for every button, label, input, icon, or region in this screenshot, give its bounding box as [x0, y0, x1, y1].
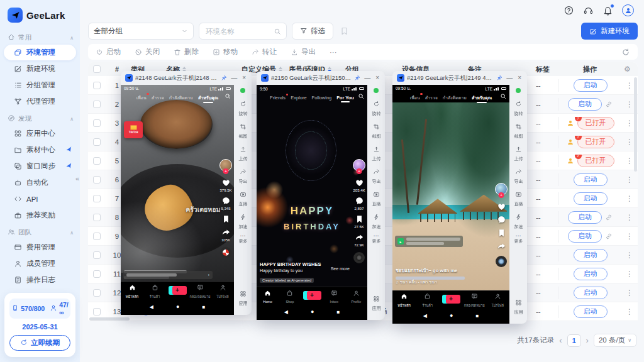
row-checkbox[interactable]: [93, 138, 101, 146]
create-plus-button[interactable]: +: [305, 291, 319, 300]
tool-截图[interactable]: 截图: [372, 121, 381, 140]
comment-icon[interactable]: [355, 196, 364, 206]
close-button[interactable]: ×: [241, 75, 247, 81]
bulk-action-关闭[interactable]: 关闭: [135, 47, 160, 57]
kebab-menu-icon[interactable]: ⋮: [625, 81, 635, 90]
pin-icon[interactable]: [221, 75, 227, 81]
row-checkbox[interactable]: [93, 101, 101, 108]
tool-直播[interactable]: 直播: [514, 189, 523, 207]
page-size-select[interactable]: 20 条/页∨: [594, 334, 636, 347]
sidebar-item-自动化[interactable]: 自动化: [4, 175, 76, 190]
sidebar-item-窗口同步[interactable]: 窗口同步: [4, 158, 76, 174]
feed-tab-เพื่อน[interactable]: เพื่อน: [136, 94, 147, 101]
opened-button[interactable]: 已打开♪: [577, 117, 614, 129]
gear-icon[interactable]: ⚙: [624, 65, 631, 74]
bulk-action-more[interactable]: ···: [330, 48, 337, 56]
notification-bell-icon[interactable]: [602, 5, 613, 16]
sidebar-item-分组管理[interactable]: 分组管理: [4, 77, 76, 93]
opened-button[interactable]: 已打开♪: [577, 155, 614, 167]
nav-home[interactable]: Home: [257, 288, 279, 304]
link-icon[interactable]: [605, 101, 613, 108]
row-checkbox[interactable]: [93, 270, 101, 278]
sidebar-collapse-icon[interactable]: «: [75, 175, 79, 182]
feed-tab-กำลังติดตาม[interactable]: กำลังติดตาม: [169, 94, 193, 101]
like-icon[interactable]: [497, 202, 506, 211]
feed-tab-สำหรับคุณ[interactable]: สำหรับคุณ: [198, 94, 218, 101]
follow-plus-badge[interactable]: +: [223, 168, 229, 174]
sidebar-item-操作日志[interactable]: 操作日志: [4, 272, 76, 288]
nav-inbox[interactable]: Inbox: [323, 288, 345, 304]
feed-tab-สำหรับคุณ[interactable]: สำหรับคุณ: [472, 94, 492, 101]
creator-avatar[interactable]: +: [495, 183, 508, 195]
nav-profile[interactable]: โปรไฟล์: [211, 282, 234, 299]
tool-上传[interactable]: 上传: [372, 144, 381, 162]
minimize-button[interactable]: —: [505, 75, 514, 81]
feed-tab-สำรวจ[interactable]: สำรวจ: [152, 94, 164, 101]
start-button[interactable]: 启动: [574, 192, 608, 205]
row-checkbox[interactable]: [93, 214, 101, 221]
save-filter-icon[interactable]: [340, 26, 349, 36]
user-avatar[interactable]: [622, 4, 634, 16]
link-icon[interactable]: [605, 214, 613, 221]
home-icon[interactable]: ●: [450, 312, 453, 319]
tool-上传[interactable]: 上传: [514, 144, 523, 162]
tool-直播[interactable]: 直播: [238, 189, 248, 207]
horizontal-scrollbar-thumb[interactable]: [89, 317, 130, 321]
row-checkbox[interactable]: [93, 176, 101, 184]
feed-tab-Following[interactable]: Following: [312, 95, 332, 101]
row-checkbox[interactable]: [93, 289, 101, 297]
nav-profile[interactable]: โปรไฟล์: [486, 291, 509, 308]
sidebar-item-素材中心[interactable]: 素材中心: [4, 142, 76, 158]
follow-plus-badge[interactable]: +: [499, 192, 504, 198]
follow-plus-badge[interactable]: +: [357, 168, 362, 174]
collapse-icon[interactable]: ∧: [70, 116, 74, 122]
bulk-action-导出[interactable]: 导出: [291, 47, 316, 57]
nav-home[interactable]: หน้าหลัก: [121, 282, 143, 299]
search-icon[interactable]: [500, 93, 506, 99]
start-button[interactable]: 启动: [568, 211, 602, 224]
bulk-action-移动[interactable]: 移动: [213, 47, 238, 57]
nav-shop[interactable]: ร้านค้า: [416, 291, 439, 308]
search-icon[interactable]: [358, 93, 364, 99]
nav-shop[interactable]: ร้านค้า: [143, 282, 166, 299]
sidebar-item-API[interactable]: API: [4, 191, 76, 207]
tool-旋转[interactable]: 旋转: [514, 99, 523, 117]
bulk-action-转让[interactable]: 转让: [252, 47, 277, 57]
sidebar-item-新建环境[interactable]: 新建环境: [4, 61, 76, 77]
feed-tab-เพื่อน[interactable]: เพื่อน: [410, 94, 420, 101]
select-all-checkbox[interactable]: [93, 65, 101, 73]
help-icon[interactable]: [564, 5, 574, 16]
start-button[interactable]: 启动: [574, 305, 608, 318]
pin-icon[interactable]: [496, 75, 502, 81]
tool-更多[interactable]: ⋯更多: [514, 234, 523, 244]
kebab-menu-icon[interactable]: ⋮: [625, 119, 635, 128]
music-disc[interactable]: [353, 252, 365, 263]
nav-create[interactable]: +: [301, 291, 323, 300]
feed-tab-Explore[interactable]: Explore: [291, 95, 306, 101]
feed-tab-กำลังติดตาม[interactable]: กำลังติดตาม: [443, 94, 467, 101]
kebab-menu-icon[interactable]: ⋮: [625, 307, 635, 316]
pinned-comment[interactable]: ›: [123, 271, 213, 279]
comment-icon[interactable]: [221, 196, 231, 206]
share-icon[interactable]: [355, 233, 364, 242]
row-checkbox[interactable]: [93, 251, 101, 259]
sidebar-item-代理管理[interactable]: 代理管理: [4, 94, 76, 109]
create-plus-button[interactable]: +: [170, 286, 185, 295]
bookmark-icon[interactable]: [355, 214, 364, 224]
feed-tab-For You[interactable]: For You: [336, 95, 354, 101]
start-button[interactable]: 启动: [574, 173, 608, 186]
pin-icon[interactable]: [354, 75, 360, 81]
tool-应用[interactable]: 应用: [372, 293, 381, 312]
start-button[interactable]: 启动: [574, 287, 608, 299]
tool-加速[interactable]: 加速: [238, 212, 248, 230]
sidebar-item-推荐奖励[interactable]: 推荐奖励: [4, 207, 76, 223]
nav-inbox[interactable]: กล่องจดหมาย: [463, 291, 486, 308]
nav-inbox[interactable]: กล่องจดหมาย: [189, 282, 211, 299]
recents-icon[interactable]: ■: [475, 313, 479, 319]
sidebar-item-费用管理[interactable]: 费用管理: [4, 239, 76, 255]
minimize-button[interactable]: —: [363, 75, 372, 81]
tool-直播[interactable]: 直播: [372, 189, 381, 207]
bulk-action-删除[interactable]: 删除: [174, 47, 199, 57]
creator-avatar[interactable]: +: [219, 159, 232, 172]
back-icon[interactable]: ◀: [423, 313, 427, 319]
